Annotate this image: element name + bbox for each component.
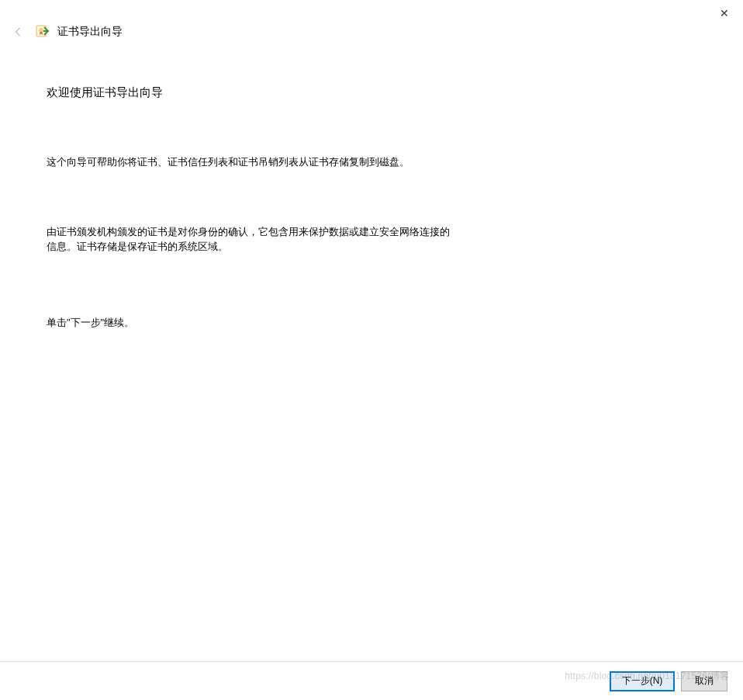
wizard-header: 证书导出向导 — [0, 0, 743, 39]
wizard-footer: 下一步(N) 取消 — [0, 661, 743, 700]
continue-instruction: 单击"下一步"继续。 — [47, 315, 696, 331]
back-arrow-icon[interactable] — [12, 26, 25, 38]
wizard-title: 证书导出向导 — [57, 25, 123, 39]
description-paragraph-2: 由证书颁发机构颁发的证书是对你身份的确认，它包含用来保护数据或建立安全网络连接的… — [47, 224, 458, 255]
close-icon[interactable]: ✕ — [720, 7, 729, 19]
wizard-content: 欢迎使用证书导出向导 这个向导可帮助你将证书、证书信任列表和证书吊销列表从证书存… — [0, 39, 743, 330]
certificate-icon — [36, 25, 50, 39]
next-button[interactable]: 下一步(N) — [610, 671, 675, 691]
window-controls: ✕ — [706, 0, 743, 26]
description-paragraph-1: 这个向导可帮助你将证书、证书信任列表和证书吊销列表从证书存储复制到磁盘。 — [47, 154, 696, 170]
cancel-button[interactable]: 取消 — [681, 671, 727, 691]
welcome-heading: 欢迎使用证书导出向导 — [47, 85, 696, 100]
svg-point-1 — [40, 29, 43, 33]
